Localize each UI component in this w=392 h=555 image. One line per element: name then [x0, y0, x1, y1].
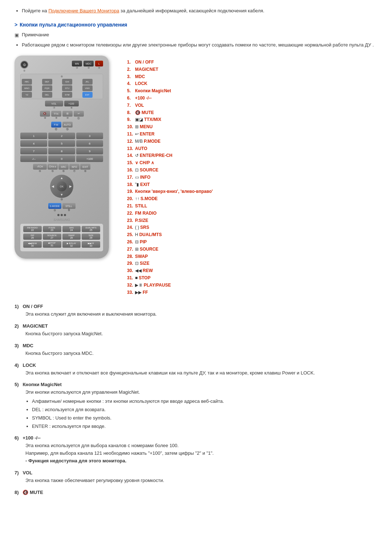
desc-num-5: 5) Кнопки MagicNet	[15, 382, 377, 387]
num-4[interactable]: 4	[20, 140, 47, 147]
nav-circle[interactable]: ▲ ▼ ◀ ▶ OK ⑲	[20, 175, 103, 201]
magicnet-button[interactable]: MN	[72, 61, 82, 66]
key-def[interactable]: DEF	[42, 79, 52, 85]
legend-item-9: 9. ▣◪ TTX/MIX	[127, 117, 377, 123]
pip-btn[interactable]: PIP26	[23, 234, 42, 240]
legend-item-6: 6. +100 -/--	[127, 95, 377, 101]
swap-btn[interactable]: SWAP28	[62, 234, 81, 240]
fm-radio-btn[interactable]: FM RADIO22	[23, 226, 42, 232]
vol-btn[interactable]: VOL	[45, 101, 63, 106]
dual-icon: H	[135, 232, 138, 238]
legend-item-3: 3. MDC	[127, 74, 377, 80]
rew-icon: ◀◀	[135, 268, 142, 274]
num-5[interactable]: 5	[48, 140, 75, 147]
legend-item-15: 15. ∨ CH/P ∧	[127, 160, 377, 166]
plus100-btn[interactable]: +100	[64, 101, 79, 106]
legend-item-16: 16. ⊡ SOURCE	[127, 167, 377, 173]
num-6[interactable]: 6	[76, 140, 103, 147]
key-vwx[interactable]: VWX	[82, 85, 93, 91]
num-0[interactable]: 0	[48, 155, 75, 162]
pre-ch-btn[interactable]: ↺CH	[33, 164, 47, 170]
mdc-button[interactable]: MDC	[83, 61, 94, 66]
remote-dots	[20, 214, 103, 216]
pip-legend-icon: ⊟	[135, 239, 139, 245]
ff-icon: ▶▶	[135, 289, 142, 296]
source-btn[interactable]: SRC	[58, 164, 69, 170]
monitor-link[interactable]: Подключение Вашего Монитора	[48, 8, 119, 13]
num-8[interactable]: 8	[48, 148, 75, 154]
bullet-enter: ENTER : используется при вводе.	[32, 423, 377, 430]
rew-btn[interactable]: ◀◀REW30	[23, 241, 42, 248]
play-pause-btn[interactable]: ▶⏸PLAY32	[62, 241, 81, 248]
desc-num-6: 6) +100 -/--	[15, 435, 377, 441]
intro-section: Пойдите на Подключение Вашего Монитора з…	[15, 7, 377, 15]
remote-body: ⏻ ① MN ② MDC ③ L ④	[15, 56, 109, 259]
smode-icon: ↑↑	[135, 196, 139, 202]
play-legend-icon: ▶⏸	[135, 282, 143, 288]
nav-up[interactable]: ▲	[60, 176, 64, 180]
smode-btn[interactable]: S.MODE	[48, 203, 61, 209]
nav-right[interactable]: ▶	[69, 185, 72, 188]
nav-left[interactable]: ◀	[52, 185, 54, 188]
remote-legend: 1. ON / OFF 2. MAGICNET 3. MDC 4. LOCK 5…	[127, 56, 377, 296]
note-box: ▣ Примечание	[15, 32, 377, 38]
bullet-alpha: Алфавитные/ номерные кнопки : эти кнопки…	[32, 398, 377, 405]
legend-item-21: 21. STILL	[127, 203, 377, 209]
legend-item-22: 22. FM RADIO	[127, 210, 377, 216]
lock-button[interactable]: L	[95, 61, 103, 66]
num-plus100-2[interactable]: +100	[76, 155, 103, 162]
stop-btn[interactable]: ■STOP31	[43, 241, 61, 248]
legend-item-24: 24. ( ) SRS	[127, 224, 377, 231]
pmode-btn[interactable]: P.M	[51, 122, 61, 127]
key-sym[interactable]: SYM	[62, 92, 72, 98]
ttx-btn[interactable]: TTX	[51, 111, 61, 117]
dual-mts-btn[interactable]: DUAL/MTS25	[82, 226, 100, 232]
menu-btn[interactable]: ⊞	[62, 111, 73, 117]
desc-item-8: 8) 🔇 MUTE	[15, 490, 377, 495]
section-heading: Кнопки пульта дистационного управления	[15, 22, 377, 28]
nav-down[interactable]: ▼	[60, 193, 64, 197]
nav-ok[interactable]: OK	[57, 181, 67, 191]
auto-btn[interactable]: AUTO	[62, 122, 73, 127]
exit-btn[interactable]: EXIT	[80, 164, 90, 170]
key-del[interactable]: DEL	[42, 92, 52, 98]
desc-item-1: 1) ON / OFF Эта кнопка служит для включе…	[15, 304, 377, 318]
info-btn[interactable]: NFO	[69, 164, 79, 170]
legend-item-33: 33. ▶▶ FF	[127, 289, 377, 296]
num-2[interactable]: 2	[48, 133, 75, 139]
legend-item-31: 31. ■ STOP	[127, 275, 377, 281]
size-btn[interactable]: SIZE29	[82, 234, 100, 240]
power-button[interactable]: ⏻	[20, 61, 28, 69]
key-enter[interactable]: ENT	[82, 92, 93, 98]
num-1[interactable]: 1	[20, 133, 47, 139]
legend-item-30: 30. ◀◀ REW	[127, 268, 377, 274]
key-abc[interactable]: ABC	[22, 79, 32, 85]
srs-btn[interactable]: SRS24	[62, 226, 81, 232]
still-btn[interactable]: STILL	[62, 203, 75, 209]
remote-bottom: FM RADIO22 P.SIZE23 SRS24 DUAL/MTS25 PIP…	[20, 224, 103, 251]
num-dash[interactable]: -/--	[20, 155, 47, 162]
key-pqr[interactable]: PQR	[42, 85, 52, 91]
descriptions-section: 1) ON / OFF Эта кнопка служит для включе…	[15, 304, 377, 495]
ff-btn[interactable]: ▶▶FF33	[82, 241, 100, 248]
mute-btn[interactable]: 🔇	[40, 111, 50, 117]
bottom-grid-row3: ◀◀REW30 ■STOP31 ▶⏸PLAY32 ▶▶FF33	[23, 241, 100, 248]
source2-btn[interactable]: SOURCE27	[43, 234, 61, 240]
legend-item-19: 19. Кнопки 'вверх-вниз', 'влево-вправо'	[127, 189, 377, 195]
desc-content-2: Кнопка быстрого запуска MagicNet.	[15, 330, 377, 338]
intro-bullet-item: Пойдите на Подключение Вашего Монитора з…	[22, 7, 377, 15]
bullet-del: DEL : используется для возврата.	[32, 406, 377, 414]
legend-item-28: 28. SWAP	[127, 254, 377, 260]
num-7[interactable]: 7	[20, 148, 47, 154]
legend-item-25: 25. H DUAL/MTS	[127, 232, 377, 238]
num-3[interactable]: 3	[76, 133, 103, 139]
key-stu[interactable]: STU	[62, 85, 72, 91]
num-9[interactable]: 9	[76, 148, 103, 154]
ch-btn[interactable]: CH∧∨	[48, 164, 58, 170]
enter-btn[interactable]: ↩	[74, 111, 84, 117]
key-jkl[interactable]: JKL	[82, 79, 93, 85]
key-mno[interactable]: MNO	[22, 85, 32, 91]
psize-btn[interactable]: P.SIZE23	[43, 226, 61, 232]
key-ghi[interactable]: GHI	[62, 79, 72, 85]
key-yz[interactable]: YZ	[22, 92, 32, 98]
